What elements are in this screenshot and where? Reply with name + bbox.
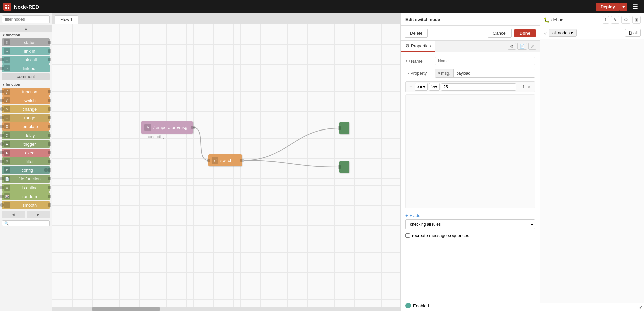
template-icon: {}	[4, 123, 10, 129]
mqtt-port-right	[191, 126, 195, 129]
property-value-input[interactable]	[454, 69, 535, 77]
debug-settings-button[interactable]: ⚙	[621, 16, 630, 24]
sidebar-item-link-out[interactable]: → link out	[2, 64, 50, 72]
recreate-checkbox[interactable]	[405, 233, 410, 238]
edit-doc-icon-btn[interactable]: 📄	[517, 43, 527, 50]
tab-properties[interactable]: ⚙ Properties	[401, 41, 435, 52]
enabled-row: Enabled	[401, 300, 540, 311]
switch-canvas-icon: ⇄	[212, 157, 218, 164]
deploy-dropdown-button[interactable]: ▾	[620, 3, 627, 11]
category-function2[interactable]: function	[0, 81, 52, 87]
node-search-input[interactable]	[2, 220, 50, 226]
rule-value-input[interactable]	[441, 83, 516, 91]
sidebar-item-function[interactable]: ƒ function	[2, 88, 50, 96]
sidebar-item-switch[interactable]: ⇄ switch	[2, 96, 50, 104]
sidebar-item-is-online[interactable]: ● is online	[2, 184, 50, 192]
sidebar-scroll-next[interactable]: ▶	[27, 211, 50, 218]
sidebar-item-link-in[interactable]: → link in	[2, 47, 50, 55]
topbar-left: Node-RED	[3, 3, 39, 11]
debug-edit-button[interactable]: ✎	[611, 16, 619, 24]
canvas-node-out2[interactable]	[339, 161, 349, 173]
edit-panel-tab-icons: ⚙ 📄 ⤢	[504, 41, 540, 52]
is-online-port-right	[48, 186, 51, 189]
sidebar-scroll-prev[interactable]: ◀	[2, 211, 25, 218]
function-icon: ƒ	[4, 89, 10, 95]
hamburger-button[interactable]: ☰	[630, 2, 641, 12]
canvas-tab-flow1[interactable]: Flow 1	[55, 15, 78, 24]
switch-canvas-port-right	[240, 159, 244, 162]
debug-all-nodes-filter[interactable]: all nodes ▾	[549, 29, 577, 37]
app-title: Node-RED	[14, 4, 39, 10]
sidebar-item-trigger[interactable]: ▶ trigger	[2, 140, 50, 148]
range-icon: ↔	[4, 115, 10, 121]
debug-expand-button[interactable]: ⤢	[639, 305, 643, 310]
debug-clear-all-button[interactable]: 🗑 all	[625, 29, 641, 37]
cancel-button[interactable]: Cancel	[488, 29, 511, 38]
edit-panel-tabs: ⚙ Properties ⚙ 📄 ⤢	[401, 41, 540, 52]
trigger-port-left	[0, 142, 4, 146]
edit-panel-body: 🏷 Name ··· Property ▾ msg.	[401, 52, 540, 300]
sidebar-item-template[interactable]: {} template	[2, 122, 50, 131]
edit-settings-icon-btn[interactable]: ⚙	[508, 43, 516, 50]
canvas-grid[interactable]: ≋ /temperature/msg connecting ⇄ switch	[52, 24, 400, 311]
sidebar-item-delay[interactable]: ⏱ delay	[2, 131, 50, 139]
canvas-area: Flow 1 ≋ /temperature/msg connecting	[52, 13, 400, 311]
link-call-port-right	[48, 58, 51, 61]
canvas-node-mqtt[interactable]: ≋ /temperature/msg	[141, 121, 193, 134]
topbar-right: Deploy ▾ ☰	[596, 2, 641, 12]
canvas-node-switch[interactable]: ⇄ switch	[208, 154, 242, 166]
checking-rules-select[interactable]: checking all rules checking first rule m…	[405, 219, 535, 229]
category-function[interactable]: function	[0, 32, 52, 38]
canvas-node-out1[interactable]	[339, 122, 349, 134]
rule-drag-handle[interactable]: ≡	[408, 84, 413, 90]
add-rule-button[interactable]: + + add	[405, 212, 421, 219]
file-function-icon: 📄	[4, 176, 10, 182]
sidebar-item-range[interactable]: ↔ range	[2, 114, 50, 122]
sidebar-item-exec[interactable]: ▶ exec	[2, 149, 50, 157]
rule-type-dropdown[interactable]: ½ ▾	[429, 83, 440, 91]
file-function-port-right	[48, 177, 51, 180]
change-port-left	[0, 107, 4, 111]
sidebar-item-status[interactable]: ⚙ status	[2, 38, 50, 46]
sidebar-item-smooth[interactable]: ~ smooth	[2, 201, 50, 209]
rule-row-0: ≡ >= ▾ ½ ▾ → 1 ✕	[405, 81, 535, 92]
file-function-port-left	[0, 177, 4, 180]
done-button[interactable]: Done	[514, 29, 536, 37]
property-label: ··· Property	[405, 71, 432, 76]
rule-operator-dropdown[interactable]: >= ▾	[415, 83, 428, 91]
enabled-indicator	[405, 303, 411, 308]
sidebar-scroll-up[interactable]: ▲	[0, 25, 52, 32]
plus-icon: +	[405, 213, 408, 218]
property-prefix[interactable]: ▾ msg.	[435, 69, 454, 77]
sidebar-item-comment[interactable]: comment	[2, 73, 50, 80]
main-layout: ▲ function ⚙ status → link in ↔ link cal…	[0, 13, 644, 311]
name-input[interactable]	[435, 57, 535, 65]
filter-nodes-input[interactable]	[2, 15, 50, 23]
exec-icon: ▶	[4, 150, 10, 156]
debug-info-button[interactable]: ℹ	[603, 16, 609, 24]
recreate-label: recreate message sequences	[412, 233, 469, 238]
rule-close-button[interactable]: ✕	[526, 84, 533, 90]
sidebar-item-change[interactable]: ✎ change	[2, 105, 50, 113]
bug-icon: 🐛	[544, 17, 549, 23]
debug-extra-button[interactable]: ⊞	[632, 16, 641, 24]
sidebar-item-random[interactable]: 🎲 random	[2, 192, 50, 200]
debug-tab-title: debug	[551, 17, 601, 22]
sidebar-item-link-call[interactable]: ↔ link call	[2, 56, 50, 64]
change-icon: ✎	[4, 106, 10, 112]
deploy-button[interactable]: Deploy	[596, 3, 620, 11]
tag-icon: 🏷	[405, 59, 410, 63]
mqtt-connecting-label: connecting	[148, 135, 164, 139]
canvas-tab-bar: Flow 1	[52, 13, 400, 24]
sidebar: ▲ function ⚙ status → link in ↔ link cal…	[0, 13, 52, 311]
sidebar-item-filter[interactable]: ▽ filter	[2, 157, 50, 165]
deploy-group: Deploy ▾	[596, 3, 627, 11]
canvas-horizontal-scrollbar[interactable]	[52, 307, 400, 311]
smooth-port-left	[0, 203, 4, 207]
edit-expand-icon-btn[interactable]: ⤢	[528, 43, 536, 50]
function-port-right	[48, 90, 51, 93]
sidebar-item-file-function[interactable]: 📄 file function	[2, 175, 50, 183]
delete-button[interactable]: Delete	[405, 29, 428, 38]
sidebar-item-config[interactable]: ⚙ config	[2, 166, 50, 174]
sidebar-nodes: ▲ function ⚙ status → link in ↔ link cal…	[0, 25, 52, 311]
